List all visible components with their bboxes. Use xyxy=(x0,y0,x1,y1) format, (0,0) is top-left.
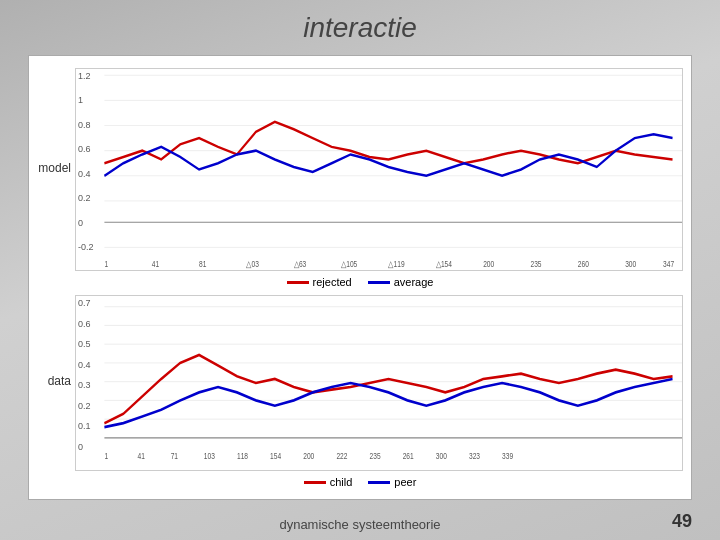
svg-text:347: 347 xyxy=(663,260,674,270)
svg-text:300: 300 xyxy=(436,451,447,461)
y-label-0.4: 0.4 xyxy=(78,169,94,179)
y-label-0.5: 0.5 xyxy=(78,339,91,349)
bottom-legend: child peer xyxy=(37,473,683,491)
y-label-0.6: 0.6 xyxy=(78,144,94,154)
svg-text:△154: △154 xyxy=(436,260,453,270)
rejected-label: rejected xyxy=(313,276,352,288)
top-legend: rejected average xyxy=(37,273,683,291)
svg-text:260: 260 xyxy=(578,260,590,270)
svg-text:235: 235 xyxy=(531,260,542,270)
svg-text:261: 261 xyxy=(403,451,414,461)
top-legend-rejected: rejected xyxy=(287,276,352,288)
svg-text:339
        362
        365
  : 339 362 365 378 401 447 xyxy=(502,451,513,461)
svg-text:103: 103 xyxy=(204,451,215,461)
y-label-0.7: 0.7 xyxy=(78,298,91,308)
svg-text:154: 154 xyxy=(270,451,281,461)
y-label-0.2: 0.2 xyxy=(78,401,91,411)
top-chart-area: 1.2 1 0.8 0.6 0.4 0.2 0 -0.2 xyxy=(75,68,683,271)
svg-text:200: 200 xyxy=(303,451,314,461)
peer-label: peer xyxy=(394,476,416,488)
bottom-legend-child: child xyxy=(304,476,353,488)
top-legend-average: average xyxy=(368,276,434,288)
top-chart-label: model xyxy=(37,64,75,271)
y-label-0.8: 0.8 xyxy=(78,120,94,130)
top-chart-svg: 1 41 81 △03 △63 △105 △119 △154 200 235 2… xyxy=(76,69,682,270)
main-container: model 1.2 1 0.8 0.6 0.4 0.2 0 -0.2 xyxy=(28,55,692,500)
y-label-1.2: 1.2 xyxy=(78,71,94,81)
svg-text:81: 81 xyxy=(199,260,206,270)
svg-text:△63: △63 xyxy=(294,260,306,270)
rejected-line xyxy=(287,281,309,284)
svg-text:1: 1 xyxy=(104,260,108,270)
svg-text:300: 300 xyxy=(625,260,637,270)
page-title: interactie xyxy=(0,12,720,44)
average-line xyxy=(368,281,390,284)
top-chart-section: model 1.2 1 0.8 0.6 0.4 0.2 0 -0.2 xyxy=(37,64,683,271)
y-label-0.1: 0.1 xyxy=(78,421,91,431)
y-label-0b: 0 xyxy=(78,442,91,452)
average-label: average xyxy=(394,276,434,288)
child-line xyxy=(304,481,326,484)
bottom-chart-label: data xyxy=(37,291,75,471)
bottom-chart-area: 0.7 0.6 0.5 0.4 0.3 0.2 0.1 0 xyxy=(75,295,683,471)
svg-text:41: 41 xyxy=(152,260,159,270)
svg-text:△03: △03 xyxy=(246,260,258,270)
peer-line xyxy=(368,481,390,484)
bottom-legend-peer: peer xyxy=(368,476,416,488)
svg-text:△119: △119 xyxy=(388,260,404,270)
y-label-0.3: 0.3 xyxy=(78,380,91,390)
svg-text:235: 235 xyxy=(370,451,381,461)
svg-text:1: 1 xyxy=(104,451,108,461)
svg-text:323: 323 xyxy=(469,451,480,461)
y-label-0.2: 0.2 xyxy=(78,193,94,203)
y-label-1: 1 xyxy=(78,95,94,105)
svg-text:200: 200 xyxy=(483,260,495,270)
svg-text:△105: △105 xyxy=(341,260,357,270)
y-label--0.2: -0.2 xyxy=(78,242,94,252)
svg-text:222: 222 xyxy=(336,451,347,461)
svg-text:41: 41 xyxy=(138,451,146,461)
bottom-text: dynamische systeemtheorie xyxy=(0,517,720,532)
y-label-0: 0 xyxy=(78,218,94,228)
bottom-chart-svg: 1 41 71 103 118 154 200 222 235 261 300 … xyxy=(76,296,682,470)
bottom-chart-section: data 0.7 0.6 0.5 0.4 0.3 0.2 0.1 0 xyxy=(37,291,683,471)
svg-text:118: 118 xyxy=(237,451,248,461)
child-label: child xyxy=(330,476,353,488)
svg-text:71: 71 xyxy=(171,451,179,461)
y-label-0.6: 0.6 xyxy=(78,319,91,329)
page-number: 49 xyxy=(672,511,692,532)
y-label-0.4: 0.4 xyxy=(78,360,91,370)
